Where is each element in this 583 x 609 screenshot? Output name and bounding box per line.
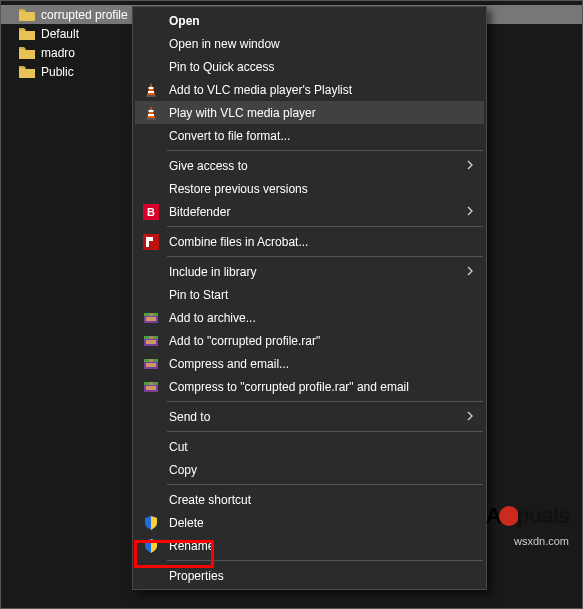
svg-rect-17 [146,340,156,344]
svg-rect-13 [146,317,156,321]
menu-item-rename[interactable]: Rename [135,534,484,557]
menu-item-label: Add to archive... [169,311,256,325]
svg-rect-5 [149,110,154,112]
svg-rect-2 [148,91,154,93]
file-label: Default [41,27,79,41]
menu-item-include-in-library[interactable]: Include in library [135,260,484,283]
menu-item-label: Convert to file format... [169,129,290,143]
svg-text:B: B [147,206,155,218]
svg-rect-1 [149,87,154,89]
menu-item-open[interactable]: Open [135,9,484,32]
menu-item-label: Open in new window [169,37,280,51]
chevron-right-icon [466,159,474,173]
menu-item-add-to-corrupted-profile-rar[interactable]: Add to "corrupted profile.rar" [135,329,484,352]
svg-rect-7 [146,118,156,120]
menu-item-label: Delete [169,516,204,530]
context-menu: OpenOpen in new windowPin to Quick acces… [132,6,487,590]
menu-item-label: Restore previous versions [169,182,308,196]
menu-separator [167,484,483,485]
menu-item-label: Bitdefender [169,205,230,219]
menu-separator [167,431,483,432]
winrar-icon [143,379,159,395]
menu-item-label: Play with VLC media player [169,106,316,120]
svg-rect-18 [149,336,153,339]
menu-separator [167,150,483,151]
menu-item-create-shortcut[interactable]: Create shortcut [135,488,484,511]
watermark-dot-icon [499,506,519,526]
acrobat-icon [143,234,159,250]
svg-rect-25 [146,386,156,390]
svg-rect-10 [143,234,159,250]
menu-item-label: Compress to "corrupted profile.rar" and … [169,380,409,394]
menu-item-bitdefender[interactable]: BBitdefender [135,200,484,223]
menu-item-label: Copy [169,463,197,477]
menu-item-pin-to-start[interactable]: Pin to Start [135,283,484,306]
menu-item-label: Rename [169,539,214,553]
menu-item-compress-and-email[interactable]: Compress and email... [135,352,484,375]
svg-rect-22 [149,359,153,362]
winrar-icon [143,310,159,326]
menu-separator [167,256,483,257]
file-label: corrupted profile [41,8,128,22]
menu-item-play-with-vlc-media-player[interactable]: Play with VLC media player [135,101,484,124]
watermark-brand: Apuals [486,503,569,529]
menu-item-delete[interactable]: Delete [135,511,484,534]
chevron-right-icon [466,410,474,424]
vlc-icon [143,105,159,121]
shield-icon [143,538,159,554]
menu-item-add-to-archive[interactable]: Add to archive... [135,306,484,329]
menu-item-label: Properties [169,569,224,583]
menu-separator [167,401,483,402]
menu-item-pin-to-quick-access[interactable]: Pin to Quick access [135,55,484,78]
folder-icon [19,27,35,40]
watermark-site: wsxdn.com [514,535,569,547]
menu-item-label: Create shortcut [169,493,251,507]
menu-item-label: Compress and email... [169,357,289,371]
menu-item-label: Open [169,14,200,28]
menu-item-label: Pin to Start [169,288,228,302]
menu-item-properties[interactable]: Properties [135,564,484,587]
svg-rect-6 [148,114,154,116]
menu-item-convert-to-file-format[interactable]: Convert to file format... [135,124,484,147]
menu-item-label: Send to [169,410,210,424]
folder-icon [19,46,35,59]
menu-item-label: Include in library [169,265,256,279]
svg-rect-21 [146,363,156,367]
svg-rect-3 [146,95,156,97]
menu-item-label: Combine files in Acrobat... [169,235,308,249]
menu-item-combine-files-in-acrobat[interactable]: Combine files in Acrobat... [135,230,484,253]
menu-item-add-to-vlc-media-player-s-playlist[interactable]: Add to VLC media player's Playlist [135,78,484,101]
bitdefender-icon: B [143,204,159,220]
menu-item-open-in-new-window[interactable]: Open in new window [135,32,484,55]
chevron-right-icon [466,205,474,219]
winrar-icon [143,333,159,349]
menu-item-label: Add to "corrupted profile.rar" [169,334,320,348]
menu-item-label: Cut [169,440,188,454]
folder-icon [19,8,35,21]
menu-item-cut[interactable]: Cut [135,435,484,458]
svg-rect-26 [149,382,153,385]
menu-item-label: Pin to Quick access [169,60,274,74]
file-label: madro [41,46,75,60]
menu-item-give-access-to[interactable]: Give access to [135,154,484,177]
menu-item-restore-previous-versions[interactable]: Restore previous versions [135,177,484,200]
menu-item-compress-to-corrupted-profile-rar-and-email[interactable]: Compress to "corrupted profile.rar" and … [135,375,484,398]
folder-icon [19,65,35,78]
menu-item-label: Give access to [169,159,248,173]
winrar-icon [143,356,159,372]
vlc-icon [143,82,159,98]
chevron-right-icon [466,265,474,279]
menu-separator [167,226,483,227]
menu-separator [167,560,483,561]
menu-item-label: Add to VLC media player's Playlist [169,83,352,97]
menu-item-copy[interactable]: Copy [135,458,484,481]
file-label: Public [41,65,74,79]
shield-icon [143,515,159,531]
menu-item-send-to[interactable]: Send to [135,405,484,428]
svg-rect-14 [149,313,153,316]
